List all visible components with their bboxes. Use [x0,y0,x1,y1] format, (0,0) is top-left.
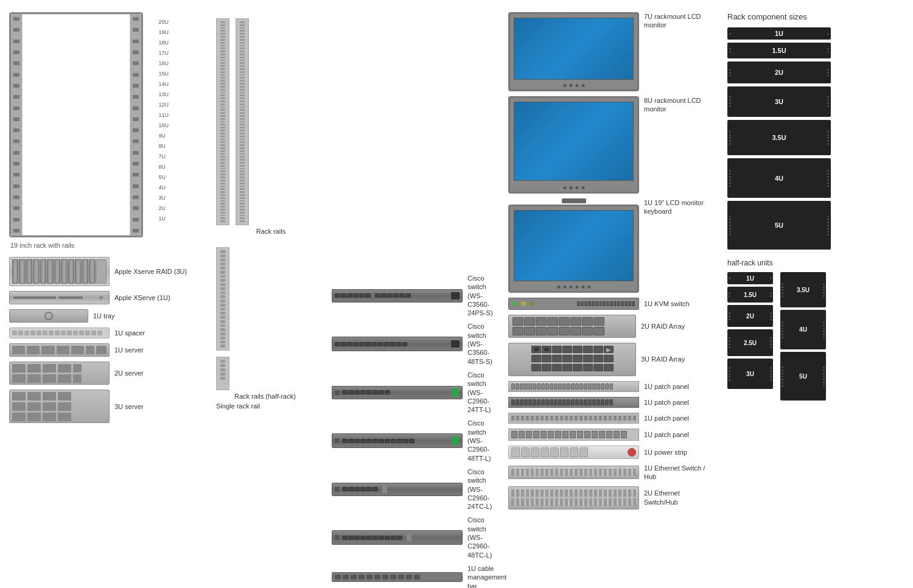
half-rack-sizes-container: 1U 1.5U 2U 2.5U [727,272,849,401]
device-row-tray: 1U tray [9,309,204,323]
half-rack-2-5u: 2.5U [727,329,773,356]
column-4: Rack component sizes 1U 1.5U 2U [715,12,849,588]
half-rack-1-5u: 1.5U [727,287,773,303]
cable-mgmt-label: 1U cable management bar [467,564,506,588]
device-row-patch-1: 1U patch panel [508,381,715,392]
device-row-cisco-5: Cisco switch (WS-C2960-24TC-L) [332,467,502,511]
rack-unit-2: 2U [158,203,169,214]
half-rack-3u: 3U [727,359,773,389]
cisco-switch-4-label: Cisco switch (WS-C2960-48TT-L) [467,419,502,462]
rack-size-3u: 3U [727,86,831,117]
kvm-label: 1U KVM switch [644,299,690,308]
rack-unit-12: 12U [158,100,169,110]
rack-unit-20: 20U [158,17,169,27]
cisco-switch-4-image [332,433,463,448]
server-3u-image [9,390,110,423]
rack-unit-16: 16U [158,58,169,69]
eth-switch-2u-image [508,486,639,509]
device-row-8u-monitor: 8U rackmount LCD monitor [508,96,715,194]
device-row-server-3u: 3U server [9,390,204,423]
eth-1u-label: 1U Ethernet Switch / Hub [644,464,715,481]
patch-panel-4-image [508,429,639,441]
device-row-xserve-1u: Apple XServe (1U) [9,291,204,304]
rack-unit-6: 6U [158,162,169,172]
8u-monitor-image [508,96,639,194]
7u-monitor-label: 7U rackmount LCD monitor [644,12,715,30]
device-row-cisco-2: Cisco switch (WS-C3560-48TS-S) [332,322,502,365]
device-row-7u-monitor: 7U rackmount LCD monitor [508,12,715,91]
half-rack-sizes-title: half-rack units [727,259,849,267]
patch-panel-3-image [508,413,639,424]
rack-unit-8: 8U [158,141,169,152]
cisco-switch-5-image [332,483,463,496]
device-row-cisco-1: Cisco switch (WS-C3560-24PS-S) [332,274,502,317]
device-row-cisco-4: Cisco switch (WS-C2960-48TT-L) [332,419,502,462]
eth-switch-1u-image [508,466,639,479]
power-strip-label: 1U power strip [644,448,687,457]
spacer-label: 1U spacer [114,329,145,337]
server-2u-image [9,362,110,385]
cisco-switch-3-label: Cisco switch (WS-C2960-24TT-L) [467,371,502,414]
rack-unit-19: 19U [158,27,169,38]
rack-unit-5: 5U [158,172,169,183]
half-rack-2u: 2U [727,305,773,327]
cable-mgmt-image [332,572,463,582]
cisco-switch-5-label: Cisco switch (WS-C2960-24TC-L) [467,467,502,511]
rack-unit-14: 14U [158,79,169,89]
column-1: 20U 19U 18U 17U 16U 15U 14U 13U 12U 11U … [9,12,204,588]
spacer-1u-image [9,327,110,338]
rack-size-4u: 4U [727,158,831,198]
rack-rail-left [216,18,229,225]
device-row-raid-3u: ▶ [508,343,715,376]
raid-2u-image [508,315,636,338]
rack-rails-section: Rack rails Rack rails (half-rack) Single… [204,12,326,588]
power-strip-image [508,446,639,459]
xserve-1u-label: Apple XServe (1U) [114,293,170,302]
device-row-cisco-6: Cisco switch (WS-C2960-48TC-L) [332,516,502,559]
server-1u-label: 1U server [114,346,144,354]
rack-right-rail [130,14,141,236]
patch-panel-2-image [508,397,639,408]
rack-unit-10: 10U [158,121,169,131]
cisco-switch-6-label: Cisco switch (WS-C2960-48TC-L) [467,516,502,559]
patch-panel-1-image [508,381,639,392]
single-rack-rail-label: Single rack rail [216,402,326,410]
cisco-switch-2-label: Cisco switch (WS-C3560-48TS-S) [467,322,502,365]
half-rack-5u: 5U [780,352,826,401]
lcd-keyboard-image [508,198,639,293]
raid-2u-label: 2U RAID Array [641,322,685,331]
rack-unit-18: 18U [158,38,169,48]
device-row-kvm: 1U KVM switch [508,298,715,310]
rack-size-1u: 1U [727,27,831,40]
rack-left-rail [11,14,22,236]
cisco-switch-6-image [332,530,463,545]
column-3: 7U rackmount LCD monitor 8U rackmount LC… [502,12,715,588]
xserve-raid-label: Apple Xserve RAID (3U) [114,267,187,276]
tray-label: 1U tray [93,312,114,320]
rack-unit-11: 11U [158,110,169,121]
patch-2-label: 1U patch panel [644,398,689,407]
rack-unit-1: 1U [158,214,169,224]
xserve-1u-image [9,291,110,304]
half-rack-4u: 4U [780,310,826,349]
rack-interior [22,14,130,236]
device-row-eth-2u: 2U Ethernet Switch/Hub [508,486,715,509]
rack-with-rails-label: 19 inch rack with rails [10,241,204,250]
device-row-raid-2u: 2U RAID Array [508,315,715,338]
server-2u-label: 2U server [114,369,144,377]
half-rack-3-5u: 3.5U [780,272,826,307]
device-row-spacer: 1U spacer [9,327,204,338]
raid-3u-image: ▶ [508,343,636,376]
device-row-server-1u: 1U server [9,343,204,357]
device-row-xserve-raid: Apple Xserve RAID (3U) [9,257,204,286]
half-rack-visual [216,247,326,390]
device-row-server-2u: 2U server [9,362,204,385]
raid-3u-label: 3U RAID Array [641,355,685,363]
rack-unit-7: 7U [158,152,169,162]
rack-unit-4: 4U [158,183,169,193]
rack-size-1-5u: 1.5U [727,43,831,58]
server-1u-image [9,343,110,357]
rack-sizes-title: Rack component sizes [727,12,849,21]
half-rack-1u: 1U [727,272,773,284]
tray-1u-image [9,309,88,323]
